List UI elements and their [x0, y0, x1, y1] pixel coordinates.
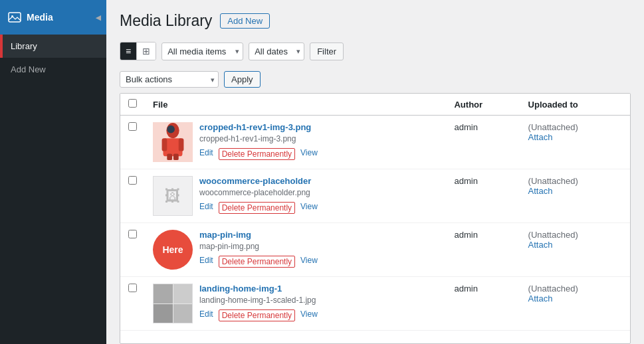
- add-new-button[interactable]: Add New: [220, 13, 270, 29]
- author-3: admin: [454, 230, 477, 240]
- media-filter-wrapper: All media items Images Audio Video: [161, 43, 243, 60]
- file-filename-4: landing-home-img-1-scaled-1.jpg: [199, 296, 318, 305]
- view-link-1[interactable]: View: [300, 148, 318, 160]
- author-cell-4: admin: [446, 277, 520, 331]
- grid-cell-3: [154, 304, 173, 323]
- delete-permanently-link-3[interactable]: Delete Permanently: [219, 256, 295, 268]
- view-link-2[interactable]: View: [300, 202, 318, 214]
- svg-rect-7: [173, 153, 179, 160]
- view-link-4[interactable]: View: [300, 309, 318, 321]
- file-cell-1: cropped-h1-rev1-img-3.png cropped-h1-rev…: [145, 116, 446, 169]
- file-name-link-3[interactable]: map-pin-img: [199, 230, 318, 240]
- grid-cell-2: [173, 284, 193, 303]
- page-header: Media Library Add New: [106, 0, 644, 37]
- media-icon: [8, 11, 21, 24]
- attach-link-1[interactable]: Attach: [528, 132, 622, 142]
- col-checkbox: [120, 94, 145, 116]
- author-cell-2: admin: [446, 169, 520, 223]
- edit-link-2[interactable]: Edit: [199, 202, 213, 214]
- sidebar-collapse-arrow[interactable]: ◀: [96, 14, 101, 21]
- unattached-2: (Unattached): [528, 176, 578, 186]
- sidebar-item-library[interactable]: Library: [0, 35, 106, 58]
- sidebar-media-label: Media: [27, 12, 53, 23]
- attach-link-3[interactable]: Attach: [528, 240, 622, 250]
- author-1: admin: [454, 122, 477, 132]
- list-view-icon: ≡: [126, 46, 131, 56]
- edit-link-3[interactable]: Edit: [199, 256, 213, 268]
- row-checkbox[interactable]: [128, 284, 137, 292]
- col-author[interactable]: Author: [446, 94, 520, 116]
- row-checkbox-cell: [120, 116, 145, 169]
- row-checkbox[interactable]: [128, 122, 137, 131]
- view-link-3[interactable]: View: [300, 256, 318, 268]
- filter-button[interactable]: Filter: [310, 43, 344, 60]
- main-content: Media Library Add New ≡ ⊞ All media item…: [106, 0, 644, 344]
- media-table-container: File Author Uploaded to: [120, 93, 631, 344]
- delete-permanently-link-2[interactable]: Delete Permanently: [219, 202, 295, 214]
- uploaded-to-cell-3: (Unattached) Attach: [520, 223, 630, 277]
- file-info-3: map-pin-img map-pin-img.png Edit Delete …: [199, 230, 318, 268]
- file-filename-1: cropped-h1-rev1-img-3.png: [199, 134, 318, 143]
- grid-cell-4: [173, 304, 193, 323]
- map-thumb-text: Here: [162, 244, 183, 255]
- dates-filter-wrapper: All dates 2024 2023: [249, 43, 304, 60]
- row-checkbox-cell: [120, 223, 145, 277]
- row-checkbox[interactable]: [128, 176, 137, 185]
- edit-link-1[interactable]: Edit: [199, 148, 213, 160]
- apply-button[interactable]: Apply: [224, 71, 261, 88]
- dates-filter-select[interactable]: All dates 2024 2023: [249, 43, 304, 60]
- sidebar-library-label: Library: [11, 41, 37, 51]
- sidebar-item-add-new[interactable]: Add New: [0, 58, 106, 81]
- delete-permanently-link-4[interactable]: Delete Permanently: [219, 309, 295, 321]
- sidebar-media-menu-item[interactable]: Media ◀: [0, 0, 106, 35]
- select-all-checkbox[interactable]: [128, 99, 137, 108]
- file-name-link-4[interactable]: landing-home-img-1: [199, 284, 318, 294]
- col-uploaded-to[interactable]: Uploaded to: [520, 94, 630, 116]
- file-info-2: woocommerce-placeholder woocommerce-plac…: [199, 176, 318, 214]
- grid-view-icon: ⊞: [142, 46, 150, 56]
- table-header-row: File Author Uploaded to: [120, 94, 630, 116]
- thumbnail-3: Here: [153, 230, 193, 270]
- edit-link-4[interactable]: Edit: [199, 309, 213, 321]
- unattached-4: (Unattached): [528, 284, 578, 294]
- file-cell-4: landing-home-img-1 landing-home-img-1-sc…: [145, 277, 446, 331]
- svg-rect-6: [167, 153, 172, 160]
- media-filter-select[interactable]: All media items Images Audio Video: [161, 43, 243, 60]
- author-cell-3: admin: [446, 223, 520, 277]
- file-name-link-2[interactable]: woocommerce-placeholder: [199, 176, 318, 186]
- file-cell-2: 🖼 woocommerce-placeholder woocommerce-pl…: [145, 169, 446, 223]
- table-row: Here map-pin-img map-pin-img.png Edit De…: [120, 223, 630, 277]
- placeholder-icon: 🖼: [165, 187, 181, 205]
- sidebar: Media ◀ Library Add New: [0, 0, 106, 344]
- attach-link-4[interactable]: Attach: [528, 294, 622, 303]
- author-cell-1: admin: [446, 116, 520, 169]
- grid-cell-1: [154, 284, 173, 303]
- uploaded-to-cell-2: (Unattached) Attach: [520, 169, 630, 223]
- table-row: 🖼 woocommerce-placeholder woocommerce-pl…: [120, 169, 630, 223]
- delete-permanently-link-1[interactable]: Delete Permanently: [219, 148, 295, 160]
- col-file[interactable]: File: [145, 94, 446, 116]
- bulk-actions-wrapper: Bulk actions Delete Permanently: [120, 71, 219, 88]
- file-name-link-1[interactable]: cropped-h1-rev1-img-3.png: [199, 122, 318, 132]
- thumbnail-4: [153, 284, 193, 323]
- svg-rect-5: [179, 138, 184, 151]
- list-view-button[interactable]: ≡: [120, 43, 137, 60]
- grid-view-button[interactable]: ⊞: [137, 43, 156, 60]
- author-4: admin: [454, 284, 477, 294]
- view-toggle: ≡ ⊞: [120, 42, 156, 60]
- unattached-1: (Unattached): [528, 122, 578, 132]
- file-actions-2: Edit Delete Permanently View: [199, 202, 318, 214]
- file-filename-2: woocommerce-placeholder.png: [199, 188, 318, 197]
- sidebar-add-new-label: Add New: [11, 64, 46, 74]
- thumbnail-1: [153, 122, 193, 162]
- row-checkbox[interactable]: [128, 230, 137, 238]
- file-actions-1: Edit Delete Permanently View: [199, 148, 318, 160]
- unattached-3: (Unattached): [528, 230, 578, 240]
- thumbnail-2: 🖼: [153, 176, 193, 216]
- bulk-actions-select[interactable]: Bulk actions Delete Permanently: [120, 71, 219, 88]
- media-table: File Author Uploaded to: [120, 94, 630, 331]
- attach-link-2[interactable]: Attach: [528, 186, 622, 196]
- uploaded-to-cell-1: (Unattached) Attach: [520, 116, 630, 169]
- file-info-4: landing-home-img-1 landing-home-img-1-sc…: [199, 284, 318, 321]
- table-row: cropped-h1-rev1-img-3.png cropped-h1-rev…: [120, 116, 630, 169]
